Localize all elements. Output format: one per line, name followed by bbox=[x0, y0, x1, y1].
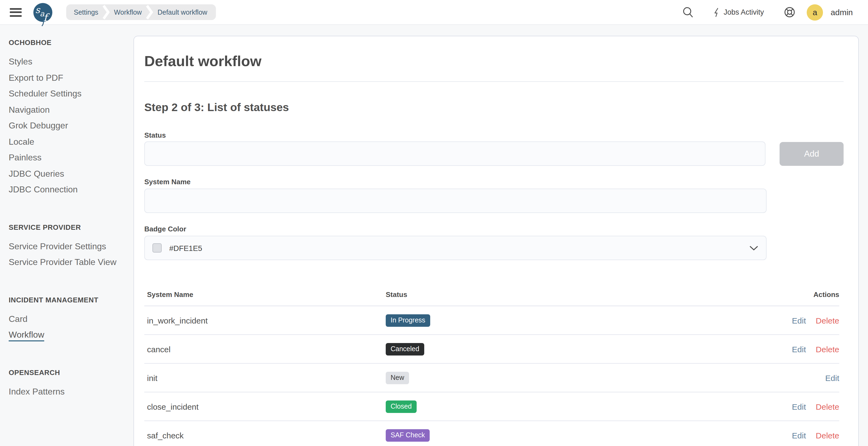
edit-link[interactable]: Edit bbox=[792, 431, 806, 440]
breadcrumb-item-default-workflow[interactable]: Default workflow bbox=[158, 8, 207, 16]
system-name-cell: init bbox=[144, 363, 386, 392]
status-label: Status bbox=[144, 132, 844, 139]
jobs-activity-button[interactable]: Jobs Activity bbox=[713, 7, 764, 17]
sidebar-item-index-patterns[interactable]: Index Patterns bbox=[9, 383, 126, 400]
breadcrumb: Settings Workflow Default workflow bbox=[66, 4, 216, 20]
sidebar-item-grok-debugger[interactable]: Grok Debugger bbox=[9, 117, 126, 134]
search-icon bbox=[682, 6, 694, 18]
sidebar-section-main: ОСНОВНОЕ Styles Export to PDF Scheduler … bbox=[9, 38, 126, 198]
menu-icon[interactable] bbox=[10, 8, 22, 16]
status-badge: In Progress bbox=[386, 314, 430, 327]
status-badge: New bbox=[386, 372, 409, 384]
breadcrumb-item-workflow[interactable]: Workflow bbox=[114, 8, 142, 16]
badge-color-select[interactable]: #DFE1E5 bbox=[144, 236, 767, 260]
breadcrumb-separator-icon bbox=[102, 4, 110, 20]
sidebar-section-incident-management: INCIDENT MANAGEMENT Card Workflow bbox=[9, 296, 126, 343]
add-button[interactable]: Add bbox=[780, 142, 844, 166]
sidebar-section-title: OPENSEARCH bbox=[9, 368, 126, 376]
lightning-icon bbox=[713, 7, 720, 17]
system-name-cell: close_incident bbox=[144, 392, 386, 421]
sidebar: ОСНОВНОЕ Styles Export to PDF Scheduler … bbox=[0, 24, 133, 446]
delete-link[interactable]: Delete bbox=[816, 344, 839, 354]
table-row: saf_check SAF Check EditDelete bbox=[144, 421, 839, 446]
app-logo[interactable]: s a f bbox=[32, 1, 54, 27]
edit-link[interactable]: Edit bbox=[792, 316, 806, 325]
statuses-table: System Name Status Actions in_work_incid… bbox=[144, 285, 839, 446]
status-badge: SAF Check bbox=[386, 429, 430, 441]
delete-link[interactable]: Delete bbox=[816, 316, 839, 325]
sidebar-item-jdbc-connection[interactable]: JDBC Connection bbox=[9, 181, 126, 198]
chevron-down-icon bbox=[749, 245, 758, 251]
content-card: Default workflow Step 2 of 3: List of st… bbox=[133, 36, 859, 446]
jobs-activity-label: Jobs Activity bbox=[724, 8, 764, 16]
status-badge: Canceled bbox=[386, 343, 424, 355]
badge-color-label: Badge Color bbox=[144, 226, 844, 233]
step-heading: Step 2 of 3: List of statuses bbox=[144, 101, 844, 114]
system-name-cell: saf_check bbox=[144, 421, 386, 446]
column-header-system-name: System Name bbox=[144, 285, 386, 306]
delete-link[interactable]: Delete bbox=[816, 431, 839, 440]
sidebar-item-scheduler-settings[interactable]: Scheduler Settings bbox=[9, 85, 126, 102]
sidebar-item-export-to-pdf[interactable]: Export to PDF bbox=[9, 70, 126, 85]
user-avatar[interactable]: a bbox=[807, 4, 823, 20]
sidebar-section-title: SERVICE PROVIDER bbox=[9, 223, 126, 231]
help-button[interactable] bbox=[783, 6, 796, 19]
edit-link[interactable]: Edit bbox=[825, 373, 839, 382]
search-button[interactable] bbox=[682, 6, 694, 18]
title-divider bbox=[144, 81, 844, 82]
color-swatch bbox=[152, 243, 162, 252]
badge-color-value: #DFE1E5 bbox=[169, 244, 202, 252]
saf-logo-icon: s a f bbox=[32, 1, 54, 27]
delete-link[interactable]: Delete bbox=[816, 402, 839, 411]
edit-link[interactable]: Edit bbox=[792, 344, 806, 354]
sidebar-section-opensearch: OPENSEARCH Index Patterns bbox=[9, 368, 126, 400]
system-name-cell: in_work_incident bbox=[144, 306, 386, 335]
sidebar-item-styles[interactable]: Styles bbox=[9, 54, 126, 70]
table-row: cancel Canceled EditDelete bbox=[144, 335, 839, 363]
sidebar-item-navigation[interactable]: Navigation bbox=[9, 102, 126, 117]
edit-link[interactable]: Edit bbox=[792, 402, 806, 411]
life-ring-icon bbox=[783, 6, 796, 19]
breadcrumb-separator-icon bbox=[146, 4, 153, 20]
column-header-status: Status bbox=[386, 285, 720, 306]
top-bar-right: Jobs Activity a admin bbox=[682, 4, 853, 20]
sidebar-section-title: ОСНОВНОЕ bbox=[9, 38, 126, 46]
top-bar: s a f Settings Workflow Default workflow bbox=[0, 0, 868, 25]
sidebar-item-card[interactable]: Card bbox=[9, 311, 126, 327]
status-badge: Closed bbox=[386, 400, 416, 413]
sidebar-item-service-provider-settings[interactable]: Service Provider Settings bbox=[9, 238, 126, 254]
sidebar-item-painless[interactable]: Painless bbox=[9, 149, 126, 166]
status-input[interactable] bbox=[144, 141, 766, 166]
table-row: in_work_incident In Progress EditDelete bbox=[144, 306, 839, 335]
username-label[interactable]: admin bbox=[831, 8, 853, 17]
page-body: ОСНОВНОЕ Styles Export to PDF Scheduler … bbox=[0, 24, 868, 446]
system-name-input[interactable] bbox=[144, 188, 767, 213]
system-name-label: System Name bbox=[144, 178, 844, 185]
table-row: init New Edit bbox=[144, 363, 839, 392]
sidebar-item-locale[interactable]: Locale bbox=[9, 134, 126, 149]
sidebar-section-title: INCIDENT MANAGEMENT bbox=[9, 296, 126, 304]
sidebar-section-service-provider: SERVICE PROVIDER Service Provider Settin… bbox=[9, 223, 126, 270]
system-name-cell: cancel bbox=[144, 335, 386, 363]
column-header-actions: Actions bbox=[720, 285, 839, 306]
table-row: close_incident Closed EditDelete bbox=[144, 392, 839, 421]
sidebar-item-service-provider-table-view[interactable]: Service Provider Table View bbox=[9, 254, 126, 270]
table-header-row: System Name Status Actions bbox=[144, 285, 839, 306]
app-root: s a f Settings Workflow Default workflow bbox=[0, 0, 868, 446]
sidebar-item-workflow[interactable]: Workflow bbox=[9, 327, 126, 343]
sidebar-item-jdbc-queries[interactable]: JDBC Queries bbox=[9, 166, 126, 181]
breadcrumb-item-settings[interactable]: Settings bbox=[74, 8, 98, 16]
page-title: Default workflow bbox=[144, 53, 844, 70]
